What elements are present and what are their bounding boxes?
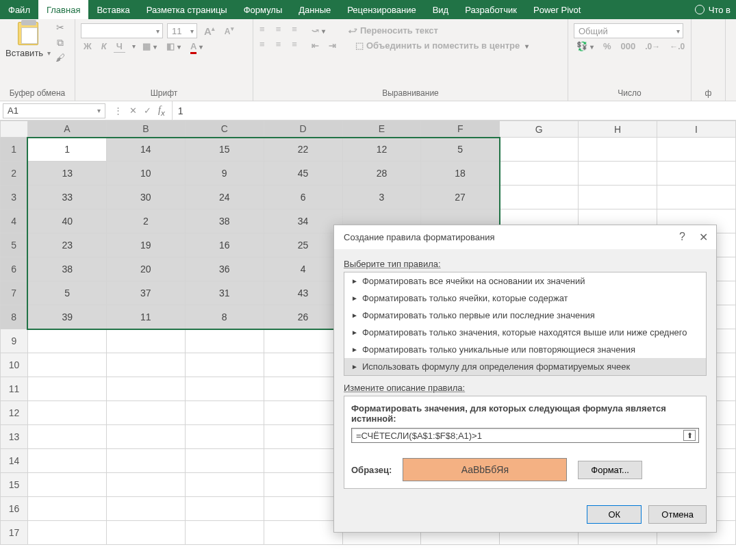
cell-C13[interactable]	[185, 425, 264, 449]
cell-G3[interactable]	[500, 186, 579, 209]
borders-button[interactable]: ▦▾	[140, 40, 160, 53]
cell-D1[interactable]: 22	[264, 138, 342, 162]
col-header-A[interactable]: A	[27, 121, 106, 138]
row-header-17[interactable]: 17	[1, 521, 28, 545]
cell-C8[interactable]: 8	[185, 305, 264, 329]
cell-B5[interactable]: 19	[106, 233, 185, 257]
cell-D10[interactable]	[264, 353, 342, 377]
cell-A6[interactable]: 38	[27, 257, 106, 281]
rule-above-below-avg[interactable]: ►Форматировать только значения, которые …	[344, 324, 706, 341]
cell-E1[interactable]: 12	[342, 138, 421, 162]
row-header-16[interactable]: 16	[1, 497, 28, 521]
tab-data[interactable]: Данные	[290, 0, 339, 19]
cell-A5[interactable]: 23	[27, 233, 106, 257]
cell-B12[interactable]	[106, 401, 185, 425]
collapse-dialog-icon[interactable]: ⬆	[683, 430, 696, 441]
cut-icon[interactable]: ✂	[55, 22, 66, 33]
cell-I3[interactable]	[657, 186, 736, 209]
bold-button[interactable]: Ж	[81, 40, 94, 53]
fx-icon[interactable]: fx	[158, 105, 165, 117]
cell-F2[interactable]: 18	[421, 162, 500, 186]
cell-B17[interactable]	[106, 521, 185, 545]
cell-E2[interactable]: 28	[342, 162, 421, 186]
cell-A7[interactable]: 5	[27, 281, 106, 305]
align-bottom-icon[interactable]: ≡	[292, 24, 304, 36]
row-header-2[interactable]: 2	[1, 162, 28, 186]
cell-H1[interactable]	[579, 138, 657, 162]
help-icon[interactable]: ?	[679, 231, 685, 244]
row-header-15[interactable]: 15	[1, 473, 28, 497]
rule-formula-input[interactable]: =СЧЁТЕСЛИ($A$1:$F$8;A1)>1 ⬆	[351, 428, 699, 443]
cell-A11[interactable]	[27, 377, 106, 401]
cell-H3[interactable]	[579, 186, 657, 209]
align-top-icon[interactable]: ≡	[259, 24, 272, 36]
col-header-C[interactable]: C	[185, 121, 264, 138]
decrease-decimal-icon[interactable]: ←.0	[667, 40, 687, 53]
font-name-combo[interactable]: ▾	[81, 23, 163, 38]
fill-color-button[interactable]: ◧▾	[164, 40, 183, 53]
cell-C6[interactable]: 36	[185, 257, 264, 281]
cell-D4[interactable]: 34	[264, 209, 342, 233]
font-size-combo[interactable]: 11▾	[167, 23, 197, 38]
increase-decimal-icon[interactable]: .0→	[642, 40, 663, 53]
row-header-14[interactable]: 14	[1, 449, 28, 473]
cell-E3[interactable]: 3	[342, 186, 421, 209]
cell-C16[interactable]	[185, 497, 264, 521]
rule-top-bottom[interactable]: ►Форматировать только первые или последн…	[344, 307, 706, 324]
cell-D8[interactable]: 26	[264, 305, 342, 329]
number-format-combo[interactable]: Общий▾	[574, 23, 683, 38]
row-header-12[interactable]: 12	[1, 401, 28, 425]
increase-font-icon[interactable]: A▴	[201, 24, 218, 38]
cell-B6[interactable]: 20	[106, 257, 185, 281]
cell-D12[interactable]	[264, 401, 342, 425]
cell-C2[interactable]: 9	[185, 162, 264, 186]
align-middle-icon[interactable]: ≡	[276, 24, 288, 36]
copy-icon[interactable]: ⧉	[55, 37, 66, 48]
wrap-text-button[interactable]: ⮐ Переносить текст	[346, 24, 441, 37]
col-header-I[interactable]: I	[657, 121, 736, 138]
cell-D5[interactable]: 25	[264, 233, 342, 257]
tab-developer[interactable]: Разработчик	[457, 0, 525, 19]
tab-powerpivot[interactable]: Power Pivot	[525, 0, 589, 19]
cell-A4[interactable]: 40	[27, 209, 106, 233]
underline-button[interactable]: Ч	[114, 40, 125, 53]
decrease-font-icon[interactable]: A▾	[222, 24, 237, 38]
row-header-5[interactable]: 5	[1, 233, 28, 257]
cell-B9[interactable]	[106, 329, 185, 353]
tab-view[interactable]: Вид	[424, 0, 457, 19]
cell-A16[interactable]	[27, 497, 106, 521]
row-header-9[interactable]: 9	[1, 329, 28, 353]
cell-B4[interactable]: 2	[106, 209, 185, 233]
tab-insert[interactable]: Вставка	[88, 0, 138, 19]
cell-D13[interactable]	[264, 425, 342, 449]
cell-B2[interactable]: 10	[106, 162, 185, 186]
col-header-B[interactable]: B	[106, 121, 185, 138]
row-header-3[interactable]: 3	[1, 186, 28, 209]
merge-center-button[interactable]: ⬚ Объединить и поместить в центре ▾	[353, 39, 531, 52]
cell-C12[interactable]	[185, 401, 264, 425]
cell-B10[interactable]	[106, 353, 185, 377]
col-header-F[interactable]: F	[421, 121, 500, 138]
font-color-button[interactable]: A▾	[188, 40, 205, 53]
rule-cells-contain[interactable]: ►Форматировать только ячейки, которые со…	[344, 290, 706, 307]
cell-D6[interactable]: 4	[264, 257, 342, 281]
cell-C3[interactable]: 24	[185, 186, 264, 209]
cell-C15[interactable]	[185, 473, 264, 497]
cell-C5[interactable]: 16	[185, 233, 264, 257]
cell-A8[interactable]: 39	[27, 305, 106, 329]
cell-B8[interactable]: 11	[106, 305, 185, 329]
cell-B16[interactable]	[106, 497, 185, 521]
col-header-E[interactable]: E	[342, 121, 421, 138]
align-center-icon[interactable]: ≡	[276, 39, 288, 51]
cell-D7[interactable]: 43	[264, 281, 342, 305]
cell-F1[interactable]: 5	[421, 138, 500, 162]
formula-dots-icon[interactable]: ⋮	[114, 105, 123, 116]
cell-A10[interactable]	[27, 353, 106, 377]
cell-D11[interactable]	[264, 377, 342, 401]
select-all-cell[interactable]	[1, 121, 28, 138]
format-button[interactable]: Формат...	[578, 461, 642, 479]
rule-use-formula[interactable]: ►Использовать формулу для определения фо…	[344, 358, 706, 375]
row-header-10[interactable]: 10	[1, 353, 28, 377]
cell-G2[interactable]	[500, 162, 579, 186]
cell-D9[interactable]	[264, 329, 342, 353]
